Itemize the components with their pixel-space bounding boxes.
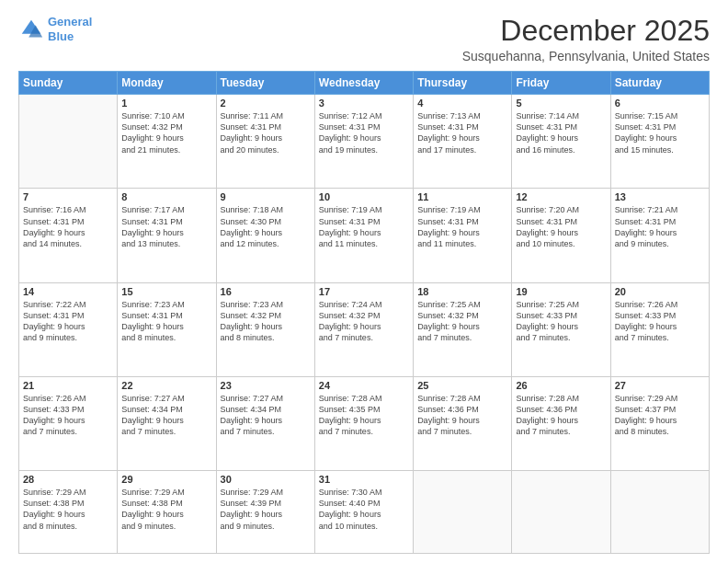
day-number: 11 xyxy=(417,191,507,202)
logo: General Blue xyxy=(18,15,92,43)
day-info: Sunrise: 7:21 AM Sunset: 4:31 PM Dayligh… xyxy=(615,204,705,249)
calendar-header-sunday: Sunday xyxy=(19,72,118,95)
calendar-header-row: SundayMondayTuesdayWednesdayThursdayFrid… xyxy=(19,72,710,95)
day-info: Sunrise: 7:28 AM Sunset: 4:36 PM Dayligh… xyxy=(417,393,507,438)
calendar-week-2: 7Sunrise: 7:16 AM Sunset: 4:31 PM Daylig… xyxy=(19,189,710,282)
day-number: 23 xyxy=(221,380,311,391)
calendar-week-1: 1Sunrise: 7:10 AM Sunset: 4:32 PM Daylig… xyxy=(19,95,710,189)
day-info: Sunrise: 7:11 AM Sunset: 4:31 PM Dayligh… xyxy=(221,110,311,155)
calendar-header-saturday: Saturday xyxy=(610,72,709,95)
day-number: 28 xyxy=(23,474,113,485)
day-info: Sunrise: 7:29 AM Sunset: 4:39 PM Dayligh… xyxy=(221,487,311,532)
day-number: 2 xyxy=(221,98,311,109)
calendar-cell: 8Sunrise: 7:17 AM Sunset: 4:31 PM Daylig… xyxy=(118,189,216,282)
calendar-cell xyxy=(19,95,118,189)
calendar-cell: 10Sunrise: 7:19 AM Sunset: 4:31 PM Dayli… xyxy=(314,189,413,282)
calendar-cell: 22Sunrise: 7:27 AM Sunset: 4:34 PM Dayli… xyxy=(118,376,216,470)
day-number: 24 xyxy=(319,380,409,391)
day-info: Sunrise: 7:22 AM Sunset: 4:31 PM Dayligh… xyxy=(23,299,113,344)
day-number: 14 xyxy=(23,286,113,297)
day-number: 17 xyxy=(319,286,409,297)
day-info: Sunrise: 7:27 AM Sunset: 4:34 PM Dayligh… xyxy=(121,393,211,438)
day-info: Sunrise: 7:26 AM Sunset: 4:33 PM Dayligh… xyxy=(615,299,705,344)
calendar-cell: 29Sunrise: 7:29 AM Sunset: 4:38 PM Dayli… xyxy=(118,471,216,554)
calendar-cell: 4Sunrise: 7:13 AM Sunset: 4:31 PM Daylig… xyxy=(414,95,512,189)
day-number: 16 xyxy=(221,286,311,297)
day-number: 12 xyxy=(516,191,606,202)
calendar-cell xyxy=(610,471,709,554)
day-info: Sunrise: 7:29 AM Sunset: 4:37 PM Dayligh… xyxy=(615,393,705,438)
day-number: 19 xyxy=(516,286,606,297)
day-info: Sunrise: 7:15 AM Sunset: 4:31 PM Dayligh… xyxy=(615,110,705,155)
day-info: Sunrise: 7:13 AM Sunset: 4:31 PM Dayligh… xyxy=(417,110,507,155)
calendar-cell: 18Sunrise: 7:25 AM Sunset: 4:32 PM Dayli… xyxy=(414,282,512,376)
day-number: 20 xyxy=(615,286,705,297)
subtitle: Susquehanna, Pennsylvania, United States xyxy=(462,49,710,63)
calendar-cell: 24Sunrise: 7:28 AM Sunset: 4:35 PM Dayli… xyxy=(314,376,413,470)
day-number: 6 xyxy=(615,98,705,109)
day-info: Sunrise: 7:10 AM Sunset: 4:32 PM Dayligh… xyxy=(121,110,211,155)
main-title: December 2025 xyxy=(462,15,710,47)
day-number: 5 xyxy=(516,98,606,109)
day-number: 31 xyxy=(319,474,409,485)
calendar-cell: 31Sunrise: 7:30 AM Sunset: 4:40 PM Dayli… xyxy=(314,471,413,554)
logo-text: General Blue xyxy=(48,15,92,43)
calendar-cell: 21Sunrise: 7:26 AM Sunset: 4:33 PM Dayli… xyxy=(19,376,118,470)
day-number: 13 xyxy=(615,191,705,202)
day-info: Sunrise: 7:23 AM Sunset: 4:32 PM Dayligh… xyxy=(221,299,311,344)
day-number: 21 xyxy=(23,380,113,391)
day-info: Sunrise: 7:17 AM Sunset: 4:31 PM Dayligh… xyxy=(121,204,211,249)
day-number: 30 xyxy=(221,474,311,485)
day-info: Sunrise: 7:29 AM Sunset: 4:38 PM Dayligh… xyxy=(121,487,211,532)
calendar-cell: 6Sunrise: 7:15 AM Sunset: 4:31 PM Daylig… xyxy=(610,95,709,189)
day-info: Sunrise: 7:26 AM Sunset: 4:33 PM Dayligh… xyxy=(23,393,113,438)
calendar-cell: 2Sunrise: 7:11 AM Sunset: 4:31 PM Daylig… xyxy=(216,95,314,189)
title-block: December 2025 Susquehanna, Pennsylvania,… xyxy=(462,15,710,63)
calendar-header-thursday: Thursday xyxy=(414,72,512,95)
day-number: 18 xyxy=(417,286,507,297)
day-info: Sunrise: 7:20 AM Sunset: 4:31 PM Dayligh… xyxy=(516,204,606,249)
logo-icon xyxy=(18,17,44,42)
calendar-cell: 19Sunrise: 7:25 AM Sunset: 4:33 PM Dayli… xyxy=(512,282,610,376)
day-number: 7 xyxy=(23,191,113,202)
header: General Blue December 2025 Susquehanna, … xyxy=(18,15,710,63)
day-info: Sunrise: 7:24 AM Sunset: 4:32 PM Dayligh… xyxy=(319,299,409,344)
logo-line1: General xyxy=(48,15,92,29)
calendar-header-friday: Friday xyxy=(512,72,610,95)
day-info: Sunrise: 7:14 AM Sunset: 4:31 PM Dayligh… xyxy=(516,110,606,155)
day-number: 25 xyxy=(417,380,507,391)
calendar-cell xyxy=(414,471,512,554)
calendar-cell: 14Sunrise: 7:22 AM Sunset: 4:31 PM Dayli… xyxy=(19,282,118,376)
calendar-cell: 3Sunrise: 7:12 AM Sunset: 4:31 PM Daylig… xyxy=(314,95,413,189)
calendar-cell: 30Sunrise: 7:29 AM Sunset: 4:39 PM Dayli… xyxy=(216,471,314,554)
day-info: Sunrise: 7:28 AM Sunset: 4:36 PM Dayligh… xyxy=(516,393,606,438)
day-info: Sunrise: 7:29 AM Sunset: 4:38 PM Dayligh… xyxy=(23,487,113,532)
calendar-week-3: 14Sunrise: 7:22 AM Sunset: 4:31 PM Dayli… xyxy=(19,282,710,376)
day-info: Sunrise: 7:25 AM Sunset: 4:33 PM Dayligh… xyxy=(516,299,606,344)
day-info: Sunrise: 7:19 AM Sunset: 4:31 PM Dayligh… xyxy=(319,204,409,249)
calendar-header-wednesday: Wednesday xyxy=(314,72,413,95)
calendar-cell: 12Sunrise: 7:20 AM Sunset: 4:31 PM Dayli… xyxy=(512,189,610,282)
calendar-cell xyxy=(512,471,610,554)
logo-line2: Blue xyxy=(48,29,74,43)
day-number: 9 xyxy=(221,191,311,202)
calendar-cell: 11Sunrise: 7:19 AM Sunset: 4:31 PM Dayli… xyxy=(414,189,512,282)
day-info: Sunrise: 7:12 AM Sunset: 4:31 PM Dayligh… xyxy=(319,110,409,155)
calendar-cell: 23Sunrise: 7:27 AM Sunset: 4:34 PM Dayli… xyxy=(216,376,314,470)
calendar-cell: 28Sunrise: 7:29 AM Sunset: 4:38 PM Dayli… xyxy=(19,471,118,554)
day-number: 26 xyxy=(516,380,606,391)
calendar-header-tuesday: Tuesday xyxy=(216,72,314,95)
day-info: Sunrise: 7:19 AM Sunset: 4:31 PM Dayligh… xyxy=(417,204,507,249)
page: General Blue December 2025 Susquehanna, … xyxy=(0,0,728,563)
day-number: 4 xyxy=(417,98,507,109)
day-info: Sunrise: 7:23 AM Sunset: 4:31 PM Dayligh… xyxy=(121,299,211,344)
day-number: 8 xyxy=(121,191,211,202)
day-info: Sunrise: 7:16 AM Sunset: 4:31 PM Dayligh… xyxy=(23,204,113,249)
day-number: 29 xyxy=(121,474,211,485)
day-number: 22 xyxy=(121,380,211,391)
calendar-table: SundayMondayTuesdayWednesdayThursdayFrid… xyxy=(18,71,710,554)
calendar-cell: 7Sunrise: 7:16 AM Sunset: 4:31 PM Daylig… xyxy=(19,189,118,282)
day-info: Sunrise: 7:25 AM Sunset: 4:32 PM Dayligh… xyxy=(417,299,507,344)
calendar-cell: 5Sunrise: 7:14 AM Sunset: 4:31 PM Daylig… xyxy=(512,95,610,189)
day-info: Sunrise: 7:30 AM Sunset: 4:40 PM Dayligh… xyxy=(319,487,409,532)
